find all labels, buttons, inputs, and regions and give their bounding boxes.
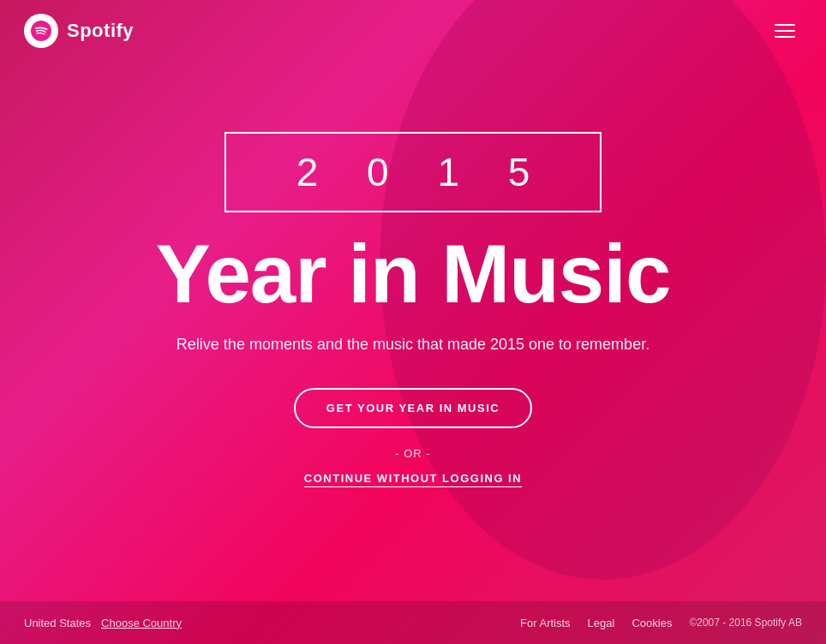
- footer-left: United States Choose Country: [24, 617, 182, 629]
- get-year-music-button[interactable]: GET YOUR YEAR IN MUSIC: [294, 388, 532, 428]
- hero-title: Year in Music: [156, 233, 671, 315]
- year-text: 2 0 1 5: [278, 149, 549, 195]
- footer-legal-link[interactable]: Legal: [588, 617, 615, 629]
- footer-right: For Artists Legal Cookies ©2007 - 2016 S…: [520, 617, 802, 629]
- footer: United States Choose Country For Artists…: [0, 601, 826, 644]
- footer-copyright: ©2007 - 2016 Spotify AB: [689, 617, 802, 629]
- main-content: 2 0 1 5 Year in Music Relive the moments…: [0, 0, 826, 601]
- footer-cookies-link[interactable]: Cookies: [631, 617, 672, 629]
- continue-without-login-link[interactable]: CONTINUE WITHOUT LOGGING IN: [304, 472, 522, 487]
- year-box: 2 0 1 5: [224, 132, 602, 212]
- footer-for-artists-link[interactable]: For Artists: [520, 617, 571, 629]
- hero-subtitle: Relive the moments and the music that ma…: [177, 336, 649, 354]
- footer-choose-country-link[interactable]: Choose Country: [101, 617, 182, 629]
- footer-country: United States: [24, 617, 91, 629]
- or-divider: - OR -: [395, 447, 430, 460]
